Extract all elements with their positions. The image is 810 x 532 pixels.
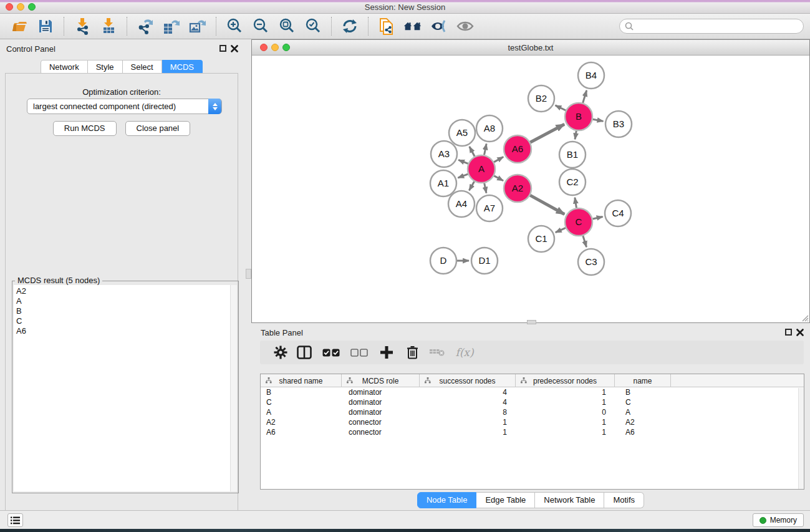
hide-graphics-details-icon[interactable] <box>430 17 448 36</box>
graph-edge-B-B4[interactable] <box>583 90 587 103</box>
export-image-icon[interactable] <box>188 17 207 36</box>
graph-edge-C-C2[interactable] <box>575 198 577 208</box>
graph-node-A[interactable]: A <box>468 155 495 183</box>
zoom-out-icon[interactable] <box>251 17 270 36</box>
graph-edge-A2-C[interactable] <box>530 195 564 214</box>
select-all-checkboxes-icon[interactable] <box>317 343 345 362</box>
open-file-icon[interactable] <box>10 17 29 36</box>
deselect-all-checkboxes-icon[interactable] <box>345 343 374 362</box>
tab-network-table[interactable]: Network Table <box>535 492 604 508</box>
vertical-splitter-handle[interactable] <box>246 269 251 279</box>
minimize-window-button[interactable] <box>17 3 24 11</box>
graph-node-C4[interactable]: C4 <box>605 200 631 226</box>
graph-edge-A-A6[interactable] <box>494 157 503 162</box>
graph-edge-C-C3[interactable] <box>583 236 587 247</box>
column-header-name[interactable]: name <box>615 374 671 387</box>
tab-node-table[interactable]: Node Table <box>417 492 477 508</box>
graph-node-C3[interactable]: C3 <box>578 249 604 275</box>
float-table-panel-icon[interactable] <box>785 329 792 336</box>
save-session-icon[interactable] <box>36 17 55 36</box>
graph-node-A7[interactable]: A7 <box>476 195 503 221</box>
export-table-icon[interactable] <box>162 17 181 36</box>
graph-edge-A-A5[interactable] <box>470 147 475 157</box>
graph-edge-A-A7[interactable] <box>485 183 486 193</box>
refresh-layout-icon[interactable] <box>340 17 359 36</box>
search-input[interactable] <box>637 22 803 31</box>
graph-edge-B-B3[interactable] <box>593 119 604 121</box>
split-columns-icon[interactable] <box>291 343 317 362</box>
add-column-icon[interactable] <box>374 343 400 362</box>
graph-node-B[interactable]: B <box>565 103 592 130</box>
graph-node-C2[interactable]: C2 <box>559 169 586 195</box>
node-table[interactable]: shared nameMCDS rolesuccessor nodesprede… <box>260 374 804 490</box>
close-panel-button[interactable]: Close panel <box>125 121 191 136</box>
mcds-result-item[interactable]: A2 <box>16 286 230 296</box>
graph-edge-A-A4[interactable] <box>469 181 474 190</box>
duplicate-network-icon[interactable] <box>377 17 396 36</box>
delete-column-trash-icon[interactable] <box>400 343 425 362</box>
graph-edge-B-B2[interactable] <box>556 105 566 110</box>
zoom-fit-icon[interactable] <box>277 17 296 36</box>
tab-edge-table[interactable]: Edge Table <box>476 492 535 508</box>
mcds-result-item[interactable]: A <box>16 296 230 306</box>
table-row[interactable]: A6connector11A6 <box>261 427 804 437</box>
import-network-icon[interactable] <box>73 17 92 36</box>
task-history-button[interactable] <box>7 513 23 527</box>
close-panel-icon[interactable] <box>231 45 238 52</box>
graph-node-B1[interactable]: B1 <box>559 142 586 168</box>
graph-node-A2[interactable]: A2 <box>504 175 531 202</box>
graph-edge-A-A8[interactable] <box>485 144 487 155</box>
zoom-in-icon[interactable] <box>225 17 244 36</box>
tab-motifs[interactable]: Motifs <box>604 492 644 508</box>
network-window-titlebar[interactable]: testGlobe.txt <box>252 40 809 56</box>
network-canvas[interactable]: B4B2BB3A5A8A6B1A3AC2A1A2A4A7C4CC1C3DD1 <box>252 56 809 322</box>
network-overview-icon[interactable] <box>403 17 422 36</box>
graph-node-C[interactable]: C <box>565 208 592 236</box>
graph-node-A1[interactable]: A1 <box>430 170 456 196</box>
graph-node-A5[interactable]: A5 <box>449 120 475 146</box>
zoom-selected-icon[interactable] <box>304 17 322 36</box>
column-header-shared-name[interactable]: shared name <box>261 374 342 387</box>
memory-button[interactable]: Memory <box>753 513 804 527</box>
zoom-window-button[interactable] <box>28 3 36 11</box>
table-row[interactable]: Cdominator41C <box>261 397 804 407</box>
mcds-result-item[interactable]: B <box>16 306 230 316</box>
export-network-icon[interactable] <box>136 17 155 36</box>
horizontal-splitter-handle[interactable] <box>527 320 536 324</box>
graph-node-D[interactable]: D <box>430 248 456 274</box>
graph-edge-A-A3[interactable] <box>458 160 468 163</box>
close-table-panel-icon[interactable] <box>796 329 804 336</box>
graph-node-B4[interactable]: B4 <box>578 62 604 89</box>
column-header-successor-nodes[interactable]: successor nodes <box>420 374 516 387</box>
minimize-network-button[interactable] <box>271 44 279 51</box>
zoom-network-button[interactable] <box>282 44 290 51</box>
graph-node-A6[interactable]: A6 <box>504 135 531 163</box>
criterion-select[interactable]: largest connected component (directed) <box>27 99 222 114</box>
float-panel-icon[interactable] <box>219 45 226 52</box>
mcds-result-item[interactable]: C <box>16 316 230 326</box>
graph-node-C1[interactable]: C1 <box>528 226 554 252</box>
graph-node-B3[interactable]: B3 <box>605 111 632 137</box>
mcds-list-scrollbar[interactable] <box>231 285 237 491</box>
graph-node-A8[interactable]: A8 <box>476 115 503 142</box>
mcds-result-list[interactable]: A2ABCA6 <box>14 285 231 491</box>
graph-edge-A6-B[interactable] <box>530 124 564 142</box>
graph-edge-C-C4[interactable] <box>592 216 602 219</box>
graph-node-A3[interactable]: A3 <box>431 141 457 167</box>
mcds-result-item[interactable]: A6 <box>16 326 230 336</box>
graph-node-A4[interactable]: A4 <box>448 191 475 217</box>
graph-edge-B-B1[interactable] <box>575 131 576 140</box>
table-scrollbar[interactable] <box>798 388 804 489</box>
graph-edge-A-A1[interactable] <box>458 174 468 178</box>
close-window-button[interactable] <box>6 3 13 11</box>
table-row[interactable]: A2connector11A2 <box>261 417 804 427</box>
graph-node-D1[interactable]: D1 <box>471 248 498 274</box>
search-field[interactable] <box>619 19 804 34</box>
table-row[interactable]: Adominator80A <box>261 407 804 417</box>
resize-grip-icon[interactable] <box>800 313 809 322</box>
graph-node-B2[interactable]: B2 <box>528 85 554 112</box>
graph-edge-A-A2[interactable] <box>494 176 503 181</box>
table-row[interactable]: Bdominator41B <box>261 387 804 397</box>
column-header-predecessor-nodes[interactable]: predecessor nodes <box>516 374 615 387</box>
show-graphics-details-icon[interactable] <box>456 17 475 36</box>
